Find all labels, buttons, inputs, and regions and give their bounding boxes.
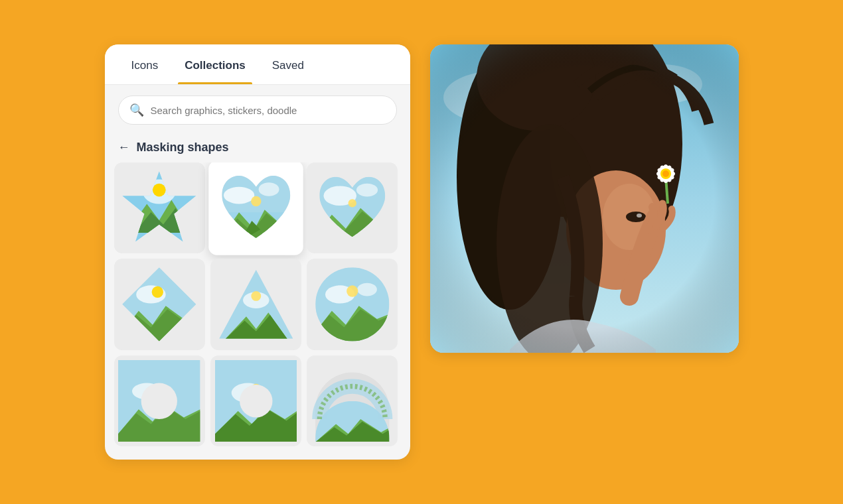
main-container: Icons Collections Saved 🔍 ← Masking shap… [92, 31, 752, 473]
svg-point-9 [224, 187, 254, 204]
tab-icons[interactable]: Icons [118, 44, 172, 84]
svg-point-28 [152, 286, 163, 298]
svg-rect-7 [213, 165, 299, 251]
svg-point-21 [348, 199, 356, 207]
search-icon: 🔍 [129, 103, 144, 117]
items-grid [114, 162, 401, 446]
grid-item-diamond[interactable] [114, 259, 205, 349]
svg-point-18 [356, 184, 378, 197]
section-title: Masking shapes [137, 141, 229, 155]
svg-rect-86 [430, 44, 739, 353]
search-input[interactable] [151, 105, 386, 116]
grid-item-heart[interactable] [208, 162, 303, 255]
grid-item-star[interactable] [114, 162, 205, 253]
svg-point-6 [153, 184, 166, 197]
left-panel: Icons Collections Saved 🔍 ← Masking shap… [105, 44, 410, 460]
grid-item-heart2[interactable] [307, 162, 398, 253]
svg-point-59 [251, 383, 261, 393]
section-header: ← Masking shapes [105, 135, 410, 162]
grid-item-circle[interactable] [307, 259, 398, 349]
tab-saved[interactable]: Saved [259, 44, 317, 84]
photo-panel [430, 44, 739, 353]
grid-wrapper [114, 162, 401, 446]
tab-collections[interactable]: Collections [171, 44, 259, 84]
svg-point-10 [258, 182, 279, 196]
photo-image [430, 44, 739, 353]
grid-item-ring2[interactable] [210, 355, 301, 446]
svg-point-51 [155, 383, 165, 393]
svg-point-43 [346, 286, 358, 297]
back-button[interactable]: ← [118, 141, 130, 155]
svg-point-40 [357, 283, 377, 296]
grid-item-halfcircle[interactable] [307, 355, 398, 446]
tabs-bar: Icons Collections Saved [105, 44, 410, 85]
grid-item-ring1[interactable] [114, 355, 205, 446]
grid-item-triangle[interactable] [210, 259, 301, 349]
svg-point-35 [251, 291, 261, 301]
search-box: 🔍 [118, 95, 397, 125]
search-container: 🔍 [105, 85, 410, 135]
